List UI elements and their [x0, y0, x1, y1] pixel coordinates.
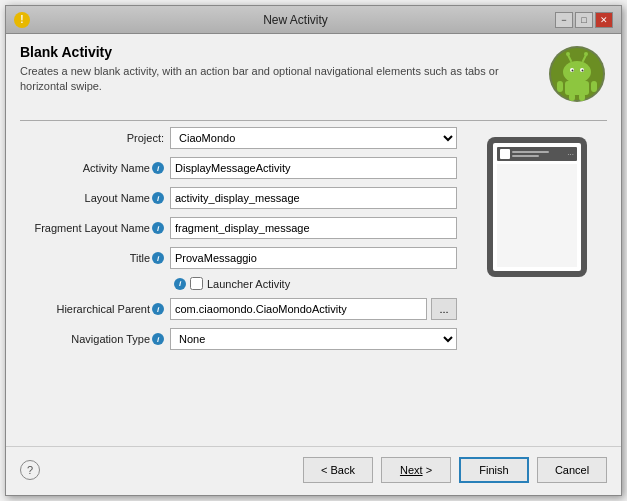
next-button[interactable]: Next >: [381, 457, 451, 483]
layout-name-info-icon[interactable]: i: [152, 192, 164, 204]
layout-name-label: Layout Name i: [20, 192, 170, 204]
phone-ab-lines: [512, 151, 565, 157]
project-select[interactable]: CiaoMondo: [170, 127, 457, 149]
layout-name-input[interactable]: [170, 187, 457, 209]
footer-left: ?: [20, 460, 40, 480]
project-label: Project:: [20, 132, 170, 144]
back-button[interactable]: < Back: [303, 457, 373, 483]
fragment-layout-name-row: Fragment Layout Name i: [20, 217, 457, 239]
finish-button[interactable]: Finish: [459, 457, 529, 483]
form-area: Project: CiaoMondo Activity Name i: [20, 127, 607, 436]
phone-preview-area: ···: [467, 127, 607, 436]
next-label-arrow: >: [426, 464, 432, 476]
android-logo: [547, 44, 607, 104]
layout-name-row: Layout Name i: [20, 187, 457, 209]
fragment-layout-name-info-icon[interactable]: i: [152, 222, 164, 234]
phone-content: [497, 164, 577, 267]
navigation-type-row: Navigation Type i None: [20, 328, 457, 350]
hierarchical-parent-row: Hierarchical Parent i ...: [20, 298, 457, 320]
launcher-activity-row: i Launcher Activity: [20, 277, 457, 290]
phone-actionbar: ···: [497, 147, 577, 161]
phone-ab-line-2: [512, 155, 539, 157]
form-fields: Project: CiaoMondo Activity Name i: [20, 127, 467, 436]
header-section: Blank Activity Creates a new blank activ…: [20, 44, 607, 104]
activity-name-info-icon[interactable]: i: [152, 162, 164, 174]
window-title: New Activity: [36, 13, 555, 27]
title-input[interactable]: [170, 247, 457, 269]
phone-ab-menu-icon: ···: [567, 150, 574, 159]
title-label: Title i: [20, 252, 170, 264]
fragment-layout-name-input[interactable]: [170, 217, 457, 239]
launcher-activity-label: Launcher Activity: [207, 278, 290, 290]
phone-screen: ···: [493, 143, 581, 271]
maximize-button[interactable]: □: [575, 12, 593, 28]
phone-ab-line-1: [512, 151, 549, 153]
svg-point-6: [582, 70, 584, 72]
activity-name-label: Activity Name i: [20, 162, 170, 174]
hierarchical-parent-label: Hierarchical Parent i: [20, 303, 170, 315]
svg-rect-10: [569, 93, 575, 101]
app-icon: !: [14, 12, 30, 28]
svg-point-14: [566, 52, 570, 56]
navigation-type-select[interactable]: None: [170, 328, 457, 350]
title-bar: ! New Activity − □ ✕: [6, 6, 621, 34]
svg-rect-11: [579, 93, 585, 101]
hierarchical-parent-browse-button[interactable]: ...: [431, 298, 457, 320]
svg-point-15: [584, 52, 588, 56]
title-info-icon[interactable]: i: [152, 252, 164, 264]
main-window: ! New Activity − □ ✕ Blank Activity Crea…: [5, 5, 622, 496]
activity-name-row: Activity Name i: [20, 157, 457, 179]
activity-name-input[interactable]: [170, 157, 457, 179]
launcher-info-icon[interactable]: i: [174, 278, 186, 290]
svg-rect-7: [565, 81, 589, 95]
window-controls: − □ ✕: [555, 12, 613, 28]
header-divider: [20, 120, 607, 121]
help-icon[interactable]: ?: [20, 460, 40, 480]
cancel-button[interactable]: Cancel: [537, 457, 607, 483]
project-row: Project: CiaoMondo: [20, 127, 457, 149]
footer-buttons: ? < Back Next > Finish Cancel: [6, 446, 621, 495]
phone-ab-icon: [500, 149, 510, 159]
phone-preview: ···: [487, 137, 587, 277]
navigation-type-info-icon[interactable]: i: [152, 333, 164, 345]
dialog-content: Blank Activity Creates a new blank activ…: [6, 34, 621, 446]
close-button[interactable]: ✕: [595, 12, 613, 28]
svg-point-5: [572, 70, 574, 72]
hierarchical-parent-field-group: ...: [170, 298, 457, 320]
title-row: Title i: [20, 247, 457, 269]
launcher-activity-checkbox[interactable]: [190, 277, 203, 290]
header-text: Blank Activity Creates a new blank activ…: [20, 44, 537, 95]
svg-point-2: [563, 61, 591, 83]
header-description: Creates a new blank activity, with an ac…: [20, 64, 537, 95]
hierarchical-parent-info-icon[interactable]: i: [152, 303, 164, 315]
hierarchical-parent-input[interactable]: [170, 298, 427, 320]
navigation-type-label: Navigation Type i: [20, 333, 170, 345]
svg-rect-9: [591, 81, 597, 92]
svg-rect-8: [557, 81, 563, 92]
minimize-button[interactable]: −: [555, 12, 573, 28]
fragment-layout-name-label: Fragment Layout Name i: [20, 222, 170, 234]
header-title: Blank Activity: [20, 44, 537, 60]
next-label-text: Next: [400, 464, 423, 476]
